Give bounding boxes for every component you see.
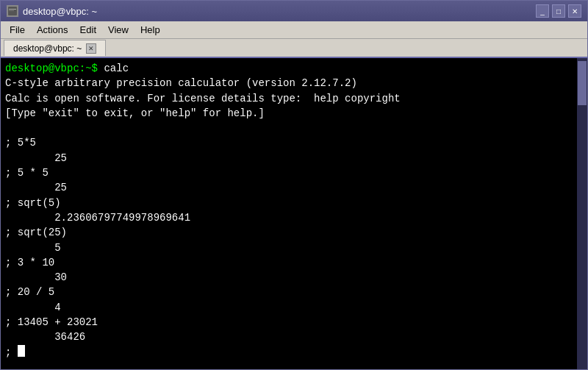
terminal-line-9: 2.23606797749978969641 bbox=[5, 210, 573, 225]
terminal-line-7: 25 bbox=[5, 180, 573, 195]
terminal-line-1: C-style arbitrary precision calculator (… bbox=[5, 76, 573, 90]
window-icon bbox=[7, 5, 18, 17]
menu-actions[interactable]: Actions bbox=[31, 23, 74, 37]
terminal-line-4: ; 5*5 bbox=[5, 135, 573, 150]
terminal-line-8: ; sqrt(5) bbox=[5, 196, 573, 210]
menu-file[interactable]: File bbox=[4, 23, 31, 37]
cursor-block bbox=[18, 345, 25, 357]
prompt-text: desktop@vbpc:~$ bbox=[5, 63, 98, 74]
scrollbar-thumb[interactable] bbox=[578, 61, 587, 105]
window-title: desktop@vbpc: ~ bbox=[23, 6, 97, 17]
svg-rect-1 bbox=[9, 9, 16, 10]
tab-label: desktop@vbpc: ~ bbox=[13, 43, 82, 54]
terminal-line-14: ; 20 / 5 bbox=[5, 285, 573, 299]
terminal-line-12: ; 3 * 10 bbox=[5, 255, 573, 270]
terminal-line-11: 5 bbox=[5, 241, 573, 255]
terminal-line-15: 4 bbox=[5, 300, 573, 315]
close-button[interactable]: ✕ bbox=[568, 4, 581, 18]
tab-terminal[interactable]: desktop@vbpc: ~ ✕ bbox=[4, 40, 106, 56]
terminal-line-17: 36426 bbox=[5, 330, 573, 344]
terminal-line-2: Calc is open software. For license detai… bbox=[5, 91, 573, 106]
menu-bar: File Actions Edit View Help bbox=[1, 21, 587, 39]
svg-rect-2 bbox=[9, 10, 14, 11]
terminal-cursor-line[interactable]: ; bbox=[5, 345, 573, 360]
tab-close-button[interactable]: ✕ bbox=[86, 43, 96, 54]
title-bar: desktop@vbpc: ~ _ □ ✕ bbox=[1, 1, 587, 21]
menu-help[interactable]: Help bbox=[135, 23, 166, 37]
terminal-line-10: ; sqrt(25) bbox=[5, 225, 573, 240]
menu-edit[interactable]: Edit bbox=[74, 23, 102, 37]
minimize-button[interactable]: _ bbox=[536, 4, 549, 18]
terminal-line-3: [Type "exit" to exit, or "help" for help… bbox=[5, 106, 573, 121]
menu-view[interactable]: View bbox=[102, 23, 135, 37]
terminal-line-13: 30 bbox=[5, 270, 573, 285]
terminal-line-5: 25 bbox=[5, 151, 573, 166]
title-bar-left: desktop@vbpc: ~ bbox=[7, 5, 97, 17]
terminal-line-16: ; 13405 + 23021 bbox=[5, 315, 573, 330]
terminal-line-6: ; 5 * 5 bbox=[5, 166, 573, 180]
terminal-line-0: desktop@vbpc:~$ calc bbox=[5, 61, 573, 76]
maximize-button[interactable]: □ bbox=[552, 4, 565, 18]
tab-bar: desktop@vbpc: ~ ✕ bbox=[1, 39, 587, 58]
terminal-window: desktop@vbpc: ~ _ □ ✕ File Actions Edit … bbox=[0, 0, 588, 370]
scroll-area: desktop@vbpc:~$ calc C-style arbitrary p… bbox=[1, 58, 587, 369]
terminal-content[interactable]: desktop@vbpc:~$ calc C-style arbitrary p… bbox=[1, 58, 577, 369]
terminal-line-blank bbox=[5, 121, 573, 135]
window-controls: _ □ ✕ bbox=[536, 4, 581, 18]
scrollbar[interactable] bbox=[577, 58, 587, 369]
